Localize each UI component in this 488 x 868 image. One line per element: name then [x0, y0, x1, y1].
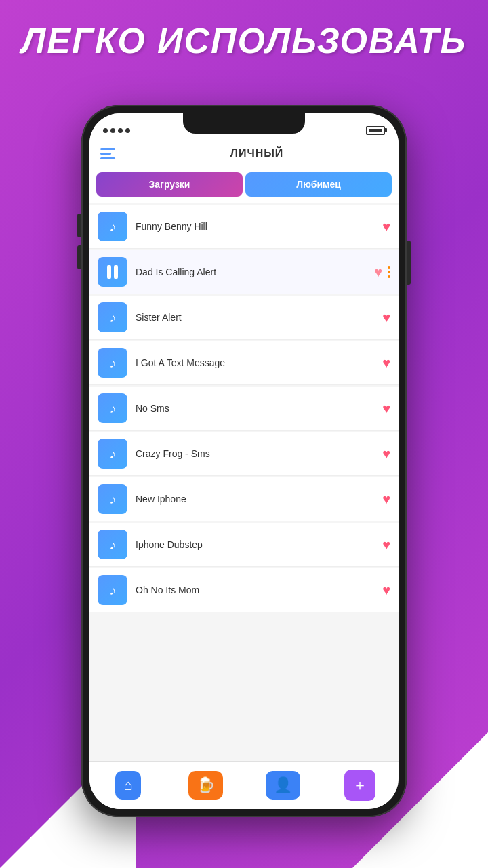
heart-icon[interactable]: ♥	[382, 537, 390, 553]
music-note-icon: ♪	[109, 583, 116, 598]
music-note-icon: ♪	[109, 310, 116, 326]
song-title: Iphone Dubstep	[136, 539, 377, 550]
song-icon-box: ♪	[98, 212, 127, 241]
pause-bar-1	[107, 265, 111, 279]
signal-dot-3	[118, 128, 123, 133]
volume-up-button[interactable]	[77, 214, 81, 237]
song-title: Oh No Its Mom	[136, 585, 377, 595]
song-title: New Iphone	[136, 494, 377, 505]
song-icon-box: ♪	[98, 575, 127, 605]
list-item[interactable]: ♪ New Iphone ♥	[89, 477, 399, 521]
song-icon-box: ♪	[98, 302, 127, 332]
page-header: ЛЕГКО ИСПОЛЬЗОВАТЬ	[0, 20, 488, 61]
phone-screen: ЛИЧНЫЙ Загрузки Любимец ♪ Funny Benny Hi…	[89, 113, 399, 809]
song-icon-box: ♪	[98, 439, 127, 469]
list-item[interactable]: ♪ Sister Alert ♥	[89, 296, 399, 340]
nav-title: ЛИЧНЫЙ	[126, 147, 388, 159]
list-item[interactable]: ♪ Oh No Its Mom ♥	[89, 568, 399, 612]
person-icon: 👤	[274, 776, 292, 793]
phone-container: ЛИЧНЫЙ Загрузки Любимец ♪ Funny Benny Hi…	[81, 105, 407, 817]
heart-icon[interactable]: ♥	[374, 264, 382, 280]
signal-dot-1	[103, 128, 108, 133]
song-title: Funny Benny Hill	[136, 221, 377, 232]
heart-icon[interactable]: ♥	[382, 401, 390, 416]
music-note-icon: ♪	[109, 355, 116, 371]
phone-notch	[183, 113, 305, 134]
power-button[interactable]	[407, 241, 411, 285]
signal-dots	[103, 128, 130, 133]
music-note-icon: ♪	[109, 492, 116, 507]
list-item[interactable]: ♪ Iphone Dubstep ♥	[89, 523, 399, 567]
menu-button[interactable]	[100, 148, 115, 159]
pause-bar-2	[114, 265, 118, 279]
nav-home-button[interactable]: ⌂	[89, 767, 167, 804]
battery-icon	[366, 126, 385, 135]
music-note-icon: ♪	[109, 401, 116, 416]
song-list: ♪ Funny Benny Hill ♥ Dad Is Calling Aler…	[89, 203, 399, 761]
battery-fill	[369, 129, 382, 132]
beer-icon-box: 🍺	[188, 771, 223, 800]
heart-icon[interactable]: ♥	[382, 492, 390, 507]
song-icon-box: ♪	[98, 484, 127, 514]
plus-icon-box: ＋	[344, 770, 375, 801]
list-item[interactable]: ♪ I Got A Text Message ♥	[89, 341, 399, 385]
tab-downloads[interactable]: Загрузки	[96, 172, 243, 197]
dot-1	[388, 266, 390, 269]
bottom-nav: ⌂ 🍺 👤 ＋	[89, 761, 399, 809]
menu-line-3	[100, 157, 115, 159]
more-options-icon[interactable]	[388, 266, 390, 278]
pause-icon-box	[98, 257, 127, 287]
dot-2	[388, 271, 390, 273]
song-icon-box: ♪	[98, 393, 127, 423]
music-note-icon: ♪	[109, 537, 116, 553]
top-nav: ЛИЧНЫЙ	[89, 142, 399, 165]
app-screen: ЛИЧНЫЙ Загрузки Любимец ♪ Funny Benny Hi…	[89, 113, 399, 809]
song-title: I Got A Text Message	[136, 357, 377, 368]
music-note-icon: ♪	[109, 446, 116, 462]
music-note-icon: ♪	[109, 219, 116, 235]
heart-icon[interactable]: ♥	[382, 310, 390, 326]
song-title: No Sms	[136, 403, 377, 414]
plus-icon: ＋	[352, 776, 367, 793]
nav-person-button[interactable]: 👤	[244, 767, 321, 804]
tab-favorites[interactable]: Любимец	[245, 172, 392, 197]
menu-line-2	[100, 153, 111, 155]
song-icon-box: ♪	[98, 530, 127, 559]
list-item[interactable]: ♪ No Sms ♥	[89, 387, 399, 431]
list-item[interactable]: Dad Is Calling Alert ♥	[89, 250, 399, 294]
heart-icon[interactable]: ♥	[382, 583, 390, 598]
song-title: Crazy Frog - Sms	[136, 448, 377, 459]
home-icon-box: ⌂	[115, 771, 140, 800]
heart-icon[interactable]: ♥	[382, 219, 390, 235]
signal-dot-4	[125, 128, 130, 133]
heart-icon[interactable]: ♥	[382, 355, 390, 371]
side-button-right	[407, 241, 411, 285]
heart-icon[interactable]: ♥	[382, 446, 390, 462]
volume-down-button[interactable]	[77, 245, 81, 269]
song-title: Dad Is Calling Alert	[136, 267, 369, 277]
phone-frame: ЛИЧНЫЙ Загрузки Любимец ♪ Funny Benny Hi…	[81, 105, 407, 817]
menu-line-1	[100, 148, 115, 150]
signal-dot-2	[110, 128, 115, 133]
nav-add-button[interactable]: ＋	[321, 767, 399, 804]
song-icon-box: ♪	[98, 348, 127, 378]
side-buttons-left	[77, 214, 81, 269]
home-icon: ⌂	[123, 776, 132, 793]
song-title: Sister Alert	[136, 312, 377, 323]
nav-beer-button[interactable]: 🍺	[167, 767, 244, 804]
dot-3	[388, 275, 390, 278]
tabs-container: Загрузки Любимец	[89, 165, 399, 203]
person-icon-box: 👤	[266, 771, 300, 800]
beer-icon: 🍺	[197, 776, 215, 793]
list-item[interactable]: ♪ Crazy Frog - Sms ♥	[89, 432, 399, 476]
list-item[interactable]: ♪ Funny Benny Hill ♥	[89, 205, 399, 249]
